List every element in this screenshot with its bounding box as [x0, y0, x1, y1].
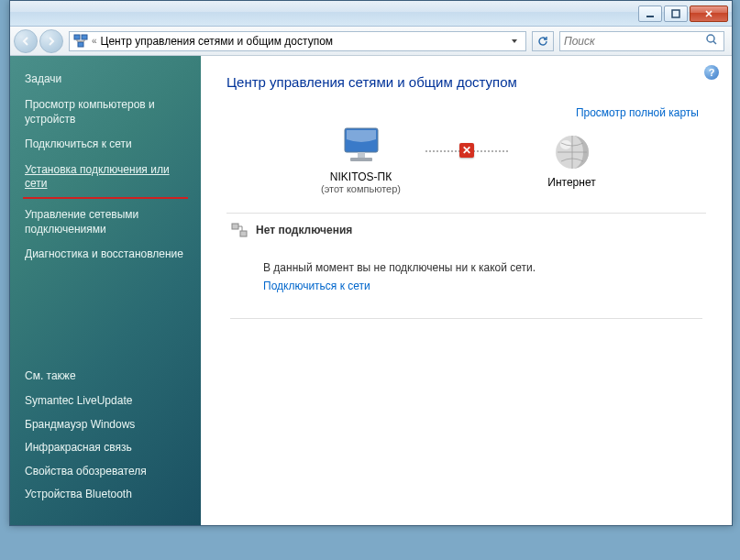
node-pc-label: NIKITOS-ПК [330, 170, 392, 183]
svg-rect-7 [358, 152, 365, 158]
page-title: Центр управления сетями и общим доступом [226, 74, 706, 90]
network-map: NIKITOS-ПК (этот компьютер) ✕ [226, 125, 706, 194]
sidebar: Задачи Просмотр компьютеров и устройств … [10, 56, 201, 525]
svg-rect-4 [78, 42, 83, 47]
titlebar [10, 1, 732, 27]
back-button[interactable] [14, 29, 38, 53]
node-internet: Интернет [508, 130, 636, 189]
svg-rect-2 [74, 35, 80, 39]
node-internet-label: Интернет [547, 176, 595, 189]
sidebar-item-bluetooth[interactable]: Устройства Bluetooth [10, 483, 201, 507]
svg-point-5 [707, 35, 714, 42]
connection-broken: ✕ [425, 149, 508, 151]
highlight-underline [23, 197, 188, 199]
svg-rect-1 [672, 10, 679, 17]
refresh-button[interactable] [532, 31, 554, 51]
svg-rect-0 [646, 16, 654, 17]
sidebar-item-view-computers[interactable]: Просмотр компьютеров и устройств [10, 93, 201, 132]
connect-to-network-link[interactable]: Подключиться к сети [263, 280, 370, 292]
toolbar: « Центр управления сетями и общим доступ… [10, 27, 732, 56]
sidebar-seealso-header: См. также [10, 366, 201, 390]
sidebar-item-firewall[interactable]: Брандмауэр Windows [10, 413, 201, 437]
forward-button[interactable] [39, 29, 63, 53]
node-this-pc: NIKITOS-ПК (этот компьютер) [297, 125, 425, 194]
svg-rect-8 [350, 158, 372, 161]
window-frame: « Центр управления сетями и общим доступ… [9, 0, 733, 526]
view-full-map-link[interactable]: Просмотр полной карты [226, 106, 699, 119]
minimize-button[interactable] [638, 5, 662, 22]
sidebar-item-symantec[interactable]: Symantec LiveUpdate [10, 390, 201, 413]
svg-rect-12 [240, 231, 247, 236]
breadcrumb-text: Центр управления сетями и общим доступом [101, 35, 503, 48]
sidebar-tasks-header: Задачи [10, 69, 201, 93]
svg-rect-3 [82, 35, 87, 39]
help-icon[interactable]: ? [704, 65, 719, 80]
sidebar-item-infrared[interactable]: Инфракрасная связь [10, 436, 201, 460]
no-connection-header: Нет подключения [256, 224, 352, 236]
search-box[interactable] [559, 31, 724, 51]
sidebar-item-diagnose-repair[interactable]: Диагностика и восстановление [10, 242, 201, 268]
computer-icon [337, 125, 385, 169]
globe-icon [548, 130, 596, 174]
main-panel: ? Центр управления сетями и общим доступ… [201, 56, 732, 525]
maximize-button[interactable] [664, 5, 688, 22]
sidebar-item-manage-connections[interactable]: Управление сетевыми подключениями [10, 203, 201, 242]
search-input[interactable] [564, 35, 705, 48]
sidebar-item-setup-connection[interactable]: Установка подключения или сети [10, 158, 201, 197]
sidebar-item-connect-network[interactable]: Подключиться к сети [10, 132, 201, 158]
close-button[interactable] [690, 5, 728, 22]
search-icon [705, 33, 720, 49]
address-dropdown-icon[interactable] [507, 38, 522, 45]
node-pc-sublabel: (этот компьютер) [321, 183, 401, 194]
address-bar[interactable]: « Центр управления сетями и общим доступ… [69, 31, 526, 51]
network-status-icon [230, 221, 249, 239]
breadcrumb-prefix: « [92, 36, 97, 46]
connection-x-icon: ✕ [459, 143, 474, 158]
sidebar-item-internet-options[interactable]: Свойства обозревателя [10, 460, 201, 484]
no-connection-section: Нет подключения В данный момент вы не по… [226, 213, 706, 326]
no-connection-message: В данный момент вы не подключены ни к ка… [263, 261, 699, 274]
svg-rect-11 [232, 224, 238, 229]
network-center-icon [73, 34, 88, 49]
